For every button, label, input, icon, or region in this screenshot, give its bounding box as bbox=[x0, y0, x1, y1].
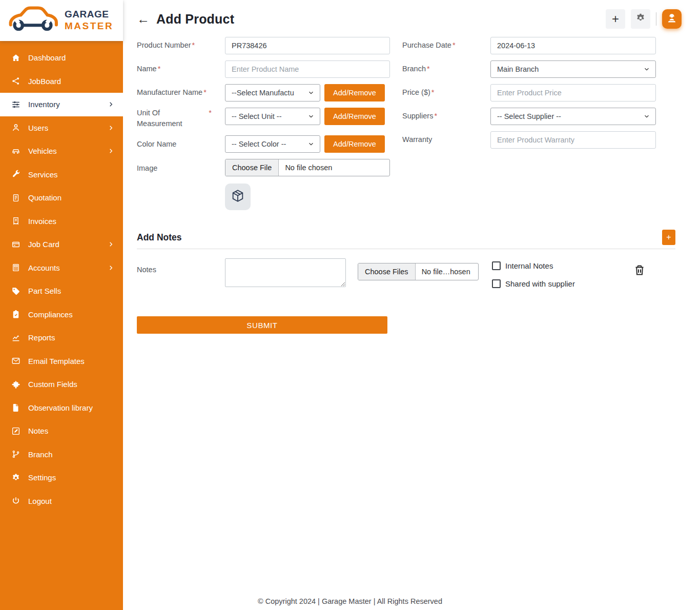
branch-row: Branch* Main Branch bbox=[402, 60, 656, 78]
purchase-date-input[interactable] bbox=[490, 37, 656, 54]
wrench-icon bbox=[11, 170, 20, 179]
color-select[interactable]: -- Select Color -- bbox=[225, 135, 320, 153]
internal-notes-checkbox[interactable] bbox=[492, 261, 501, 270]
notes-header: Add Notes + bbox=[137, 230, 675, 249]
sliders-icon bbox=[11, 100, 20, 109]
chevron-down-icon bbox=[643, 66, 650, 73]
sidebar-item-label: Quotation bbox=[28, 193, 61, 202]
sidebar-item-label: Compliances bbox=[28, 310, 73, 319]
unit-select[interactable]: -- Select Unit -- bbox=[225, 108, 320, 125]
branch-select[interactable]: Main Branch bbox=[490, 60, 656, 78]
sidebar-item-label: Part Sells bbox=[28, 287, 61, 295]
required-asterisk: * bbox=[158, 65, 161, 73]
product-number-input[interactable] bbox=[225, 37, 390, 54]
sidebar-item-email-templates[interactable]: Email Templates bbox=[0, 350, 123, 373]
sidebar-item-services[interactable]: Services bbox=[0, 163, 123, 187]
file-status-text: No file chosen bbox=[279, 159, 338, 176]
sidebar-item-observation-library[interactable]: Observation library bbox=[0, 396, 123, 420]
sidebar-item-part-sells[interactable]: Part Sells bbox=[0, 279, 123, 303]
sidebar-item-label: Email Templates bbox=[28, 357, 85, 365]
sidebar-item-inventory[interactable]: Inventory bbox=[0, 93, 123, 116]
unit-of-measurement-row: Unit Of Measurement* -- Select Unit -- A… bbox=[137, 108, 390, 129]
sidebar-item-logout[interactable]: Logout bbox=[0, 490, 123, 513]
add-note-button[interactable]: + bbox=[662, 230, 675, 245]
sidebar-item-reports[interactable]: Reports bbox=[0, 326, 123, 350]
product-image-placeholder bbox=[225, 184, 251, 210]
sidebar-item-dashboard[interactable]: Dashboard bbox=[0, 46, 123, 70]
app-window: GARAGE MASTER Dashboard JobBoard Invento… bbox=[0, 0, 700, 610]
trash-icon bbox=[633, 271, 646, 278]
car-wrench-icon bbox=[6, 5, 59, 36]
back-arrow[interactable]: ← bbox=[137, 13, 150, 26]
document-icon bbox=[11, 193, 20, 202]
color-name-row: Color Name -- Select Color -- Add/Remove bbox=[137, 135, 390, 153]
note-textarea[interactable] bbox=[225, 258, 346, 287]
image-file-input[interactable]: Choose File No file chosen bbox=[225, 159, 390, 176]
chevron-right-icon bbox=[108, 101, 114, 107]
shared-with-supplier-checkbox[interactable] bbox=[492, 279, 501, 288]
required-asterisk: * bbox=[192, 41, 195, 49]
sidebar-item-branch[interactable]: Branch bbox=[0, 443, 123, 466]
sidebar-item-quotation[interactable]: Quotation bbox=[0, 186, 123, 210]
footer-text: © Copyright 2024 | Garage Master | All R… bbox=[0, 597, 700, 605]
purchase-date-row: Purchase Date* bbox=[402, 37, 656, 54]
image-label: Image bbox=[137, 159, 225, 174]
sidebar-item-jobboard[interactable]: JobBoard bbox=[0, 70, 123, 93]
pen-square-icon bbox=[11, 426, 20, 436]
sidebar-item-settings[interactable]: Settings bbox=[0, 466, 123, 490]
manufacturer-add-remove-button[interactable]: Add/Remove bbox=[324, 84, 385, 101]
color-add-remove-button[interactable]: Add/Remove bbox=[324, 135, 385, 153]
receipt-icon bbox=[11, 216, 20, 226]
plus-icon: + bbox=[612, 12, 619, 26]
sidebar-item-label: Inventory bbox=[28, 100, 60, 109]
purchase-date-label: Purchase Date* bbox=[402, 40, 490, 51]
suppliers-label: Suppliers* bbox=[402, 111, 490, 121]
unit-add-remove-button[interactable]: Add/Remove bbox=[324, 108, 385, 125]
sidebar-item-label: Job Card bbox=[28, 240, 59, 249]
delete-note-button[interactable] bbox=[633, 263, 646, 278]
sidebar-item-compliances[interactable]: Compliances bbox=[0, 303, 123, 327]
price-input[interactable] bbox=[490, 84, 656, 101]
internal-notes-option[interactable]: Internal Notes bbox=[492, 261, 575, 270]
chevron-down-icon bbox=[307, 89, 315, 96]
brand-line1: GARAGE bbox=[65, 9, 113, 21]
note-row: Notes Choose Files No file…hosen Interna… bbox=[137, 258, 675, 288]
warranty-input[interactable] bbox=[490, 131, 656, 149]
sidebar-item-label: JobBoard bbox=[28, 77, 61, 86]
sidebar-item-label: Accounts bbox=[28, 263, 60, 272]
brand-logo: GARAGE MASTER bbox=[0, 0, 123, 41]
choose-file-button[interactable]: Choose File bbox=[225, 159, 279, 176]
profile-button[interactable] bbox=[662, 9, 682, 29]
product-name-input[interactable] bbox=[225, 60, 390, 78]
sidebar-item-label: Notes bbox=[28, 426, 48, 435]
sidebar-item-notes[interactable]: Notes bbox=[0, 419, 123, 443]
note-options: Internal Notes Shared with supplier bbox=[492, 258, 575, 288]
sidebar-item-users[interactable]: Users bbox=[0, 116, 123, 140]
gear-icon bbox=[11, 473, 20, 482]
home-icon bbox=[11, 53, 20, 63]
shared-with-supplier-option[interactable]: Shared with supplier bbox=[492, 279, 575, 288]
git-branch-icon bbox=[11, 450, 20, 459]
card-icon bbox=[11, 240, 20, 249]
required-asterisk: * bbox=[203, 88, 207, 96]
sidebar-item-accounts[interactable]: Accounts bbox=[0, 256, 123, 280]
manufacturer-select[interactable]: --Select Manufactu bbox=[225, 84, 320, 101]
choose-files-button[interactable]: Choose Files bbox=[358, 263, 416, 280]
submit-button[interactable]: SUBMIT bbox=[137, 316, 387, 334]
suppliers-select[interactable]: -- Select Supplier -- bbox=[490, 108, 656, 125]
settings-button[interactable] bbox=[631, 9, 650, 29]
add-button[interactable]: + bbox=[606, 9, 625, 29]
form-left-column: Product Number* Name* Manufacturer Name*… bbox=[137, 37, 390, 216]
note-file-input[interactable]: Choose Files No file…hosen bbox=[358, 263, 479, 280]
sidebar-item-job-card[interactable]: Job Card bbox=[0, 233, 123, 256]
share-nodes-icon bbox=[11, 76, 20, 86]
chevron-down-icon bbox=[307, 140, 315, 148]
sidebar-item-invoices[interactable]: Invoices bbox=[0, 210, 123, 233]
calculator-icon bbox=[11, 263, 20, 272]
sidebar-item-custom-fields[interactable]: Custom Fields bbox=[0, 373, 123, 396]
sidebar-item-label: Observation library bbox=[28, 403, 93, 412]
chevron-down-icon bbox=[643, 113, 650, 120]
envelope-icon bbox=[11, 356, 20, 365]
sidebar-item-vehicles[interactable]: Vehicles bbox=[0, 139, 123, 163]
form-right-column: Purchase Date* Branch* Main Branch Price… bbox=[402, 37, 656, 216]
